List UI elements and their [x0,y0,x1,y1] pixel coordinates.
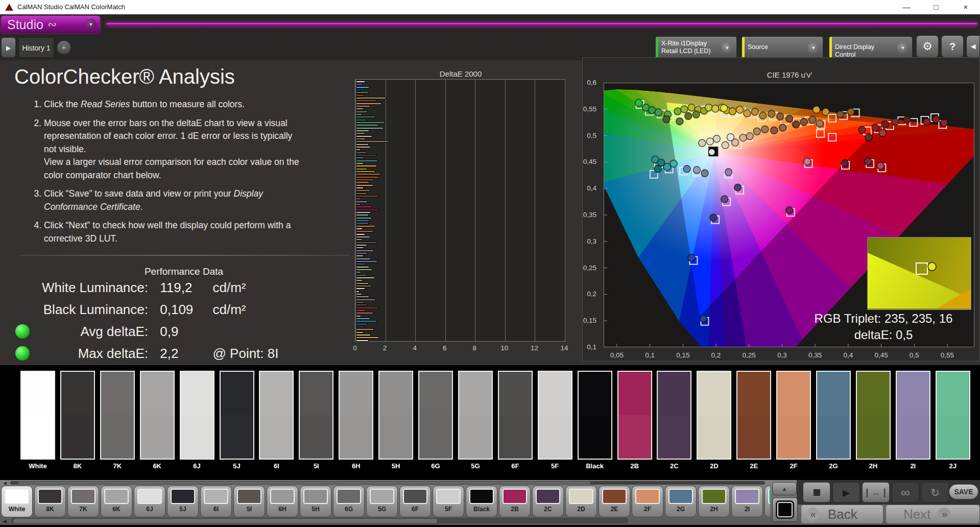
pattern-button-white[interactable]: White [1,486,33,517]
deltae-bar[interactable] [356,236,370,238]
deltae-bar[interactable] [356,274,367,276]
deltae-bar[interactable] [356,309,366,312]
settings-button[interactable]: ⚙ [916,35,939,58]
scrollbar-left-icon[interactable]: ◀ [3,518,7,524]
deltae-bar[interactable] [356,318,370,320]
deltae-bar[interactable] [356,171,375,173]
deltae-bar[interactable] [356,288,365,290]
deltae-bar[interactable] [356,89,361,91]
deltae-bar[interactable] [356,152,367,154]
deltae-bar[interactable] [356,258,371,260]
pattern-button-2d[interactable]: 2D [565,486,597,517]
deltae-bar[interactable] [356,263,366,265]
deltae-bar[interactable] [356,299,375,301]
scroll-left-icon[interactable]: ◀ [3,481,7,486]
deltae-bar[interactable] [356,173,380,175]
deltae-bar[interactable] [356,307,378,309]
deltae-bar[interactable] [356,340,369,342]
deltae-bar[interactable] [356,233,365,235]
deltae-bar[interactable] [356,149,361,151]
deltae-bar[interactable] [356,247,364,249]
deltae-bar[interactable] [356,266,369,268]
close-button[interactable]: × [958,2,973,13]
deltae-bar[interactable] [356,105,370,107]
deltae-bar[interactable] [356,277,375,279]
deltae-bar[interactable] [356,296,369,298]
deltae-bar[interactable] [356,301,364,303]
panel-expand-button[interactable]: ▶ [1,37,16,58]
deltae-bar[interactable] [356,203,361,205]
deltae-bar[interactable] [356,189,370,191]
meter-dropdown[interactable]: X-Rite i1Display Retail LCD (LED) ▼ [655,36,737,59]
pattern-button-2g[interactable]: 2G [665,486,697,517]
deltae-bar[interactable] [356,211,371,213]
meter-link-button[interactable]: ∞ [892,482,919,502]
scrollbar-thumb[interactable] [13,519,437,523]
deltae-bar[interactable] [356,181,369,183]
deltae-bar[interactable] [356,326,365,328]
deltae-bar[interactable] [356,127,384,129]
deltae-bar[interactable] [356,334,371,336]
deltae-bar[interactable] [356,179,374,181]
pattern-button-6k[interactable]: 6K [101,486,132,517]
pattern-button-2j[interactable]: 2J [764,486,770,517]
deltae-bar[interactable] [356,143,369,146]
deltae-bar[interactable] [356,242,376,244]
deltae-bar[interactable] [356,140,389,142]
deltae-bar[interactable] [356,135,372,137]
deltae-bar[interactable] [356,86,369,88]
deltae-bar[interactable] [356,124,378,126]
refresh-button[interactable]: ↻ [921,482,949,502]
chevron-down-icon[interactable]: ▼ [897,42,909,54]
deltae-bar[interactable] [356,225,375,227]
read-series-button[interactable]: ▏↔▕ [862,482,890,502]
deltae-bar[interactable] [356,238,362,241]
pattern-button-5h[interactable]: 5H [300,486,331,517]
deltae-bar[interactable] [356,157,364,159]
deltae-bar[interactable] [356,146,371,148]
pattern-button-8k[interactable]: 8K [34,486,66,517]
pattern-window-button[interactable] [772,497,798,522]
deltae-bar[interactable] [356,220,369,222]
deltae-bar[interactable] [356,214,369,216]
deltae-bar[interactable] [356,337,379,339]
help-button[interactable]: ? [941,35,964,58]
deltae-bar[interactable] [356,217,372,219]
deltae-bar[interactable] [356,250,374,252]
restore-button[interactable]: □ [928,2,944,13]
deltae-bar[interactable] [356,91,369,93]
deltae-bar[interactable] [356,255,364,257]
pattern-button-2e[interactable]: 2E [599,486,630,517]
deltae-bar[interactable] [356,165,377,167]
deltae-bar[interactable] [356,108,364,110]
pattern-button-6g[interactable]: 6G [333,486,365,517]
pattern-up-button[interactable]: ▲ [772,482,797,495]
pattern-button-7k[interactable]: 7K [67,486,99,517]
deltae-bar[interactable] [356,160,377,162]
save-button[interactable]: SAVE [949,484,978,499]
deltae-bar[interactable] [356,94,364,97]
deltae-bar[interactable] [356,285,372,287]
deltae-bar[interactable] [356,119,367,121]
add-tab-button[interactable]: + [57,41,70,54]
pattern-button-6i[interactable]: 6I [200,486,232,517]
pattern-button-5f[interactable]: 5F [433,486,464,517]
scroll-thumb[interactable] [18,482,590,484]
pattern-scroll-top[interactable] [10,481,765,485]
deltae-bar[interactable] [356,312,373,314]
deltae-bar[interactable] [356,271,361,273]
deltae-bar[interactable] [356,198,361,200]
deltae-bar[interactable] [356,193,367,195]
deltae-bar[interactable] [356,206,372,208]
pattern-button-2c[interactable]: 2C [532,486,564,517]
deltae-bar[interactable] [356,83,363,85]
deltae-bar[interactable] [356,291,360,293]
deltae-bar[interactable] [356,162,364,164]
deltae-bar[interactable] [356,138,366,140]
deltae-bar[interactable] [356,328,374,330]
display-control-dropdown[interactable]: Direct Display Control ▼ [829,36,913,59]
back-button[interactable]: « Back [801,505,883,524]
deltae-bar[interactable] [356,116,375,118]
studio-logo[interactable]: Studio ∾ ▼ [1,16,100,33]
deltae-bar[interactable] [356,97,386,99]
